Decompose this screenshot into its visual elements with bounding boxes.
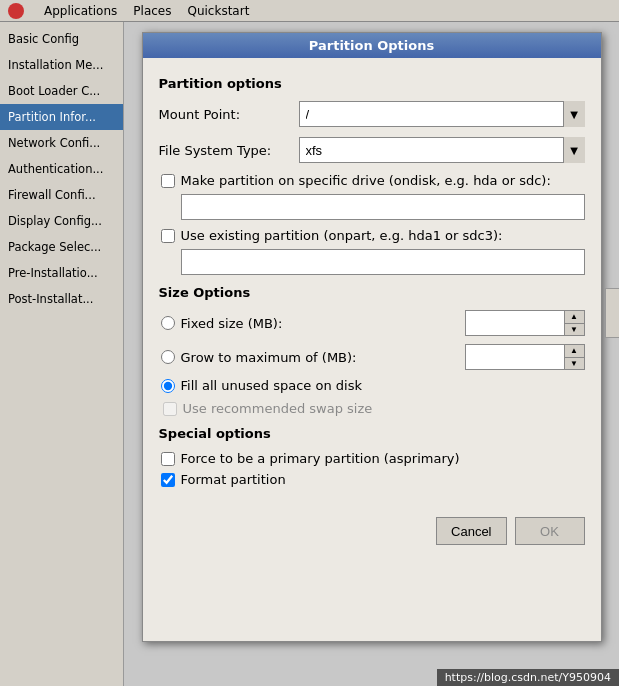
ondisk-label: Make partition on specific drive (ondisk… — [181, 173, 551, 188]
menu-quickstart[interactable]: Quickstart — [187, 4, 249, 18]
right-resize-handle[interactable] — [605, 288, 619, 338]
sidebar-item-installation-media[interactable]: Installation Me... — [0, 52, 123, 78]
mount-point-select-wrapper: / /boot /home /tmp /usr /var swap ▼ — [299, 101, 585, 127]
ok-button[interactable]: OK — [515, 517, 585, 545]
sidebar-item-display-config[interactable]: Display Config... — [0, 208, 123, 234]
top-menu-bar: Applications Places Quickstart — [0, 0, 619, 22]
fixed-size-spinner-buttons: ▲ ▼ — [565, 310, 585, 336]
file-system-type-label: File System Type: — [159, 143, 299, 158]
grow-max-row: Grow to maximum of (MB): 1 ▲ ▼ — [159, 344, 585, 370]
ondisk-checkbox[interactable] — [161, 174, 175, 188]
fixed-size-up-btn[interactable]: ▲ — [565, 311, 584, 324]
fixed-size-spinner: 1 ▲ ▼ — [465, 310, 585, 336]
status-bar: https://blog.csdn.net/Y950904 — [437, 669, 619, 686]
fixed-size-label: Fixed size (MB): — [181, 316, 465, 331]
menu-places[interactable]: Places — [133, 4, 171, 18]
size-options-section-title: Size Options — [159, 285, 585, 300]
partition-options-dialog: Partition Options Partition options Moun… — [142, 32, 602, 642]
format-checkbox[interactable] — [161, 473, 175, 487]
grow-max-label: Grow to maximum of (MB): — [181, 350, 465, 365]
dialog-overlay: Partition Options Partition options Moun… — [124, 22, 619, 686]
fill-label: Fill all unused space on disk — [181, 378, 362, 393]
onpart-input[interactable] — [181, 249, 585, 275]
cancel-button[interactable]: Cancel — [436, 517, 506, 545]
file-system-type-select[interactable]: xfs ext2 ext3 ext4 btrfs swap — [299, 137, 585, 163]
fixed-size-radio[interactable] — [161, 316, 175, 330]
grow-max-radio[interactable] — [161, 350, 175, 364]
fill-radio[interactable] — [161, 379, 175, 393]
sidebar-item-package-select[interactable]: Package Selec... — [0, 234, 123, 260]
format-label: Format partition — [181, 472, 286, 487]
mount-point-label: Mount Point: — [159, 107, 299, 122]
sidebar-item-basic-config[interactable]: Basic Config — [0, 26, 123, 52]
file-system-type-row: File System Type: xfs ext2 ext3 ext4 btr… — [159, 137, 585, 163]
fixed-size-row: Fixed size (MB): 1 ▲ ▼ — [159, 310, 585, 336]
sidebar-item-post-install[interactable]: Post-Installat... — [0, 286, 123, 312]
primary-label: Force to be a primary partition (asprima… — [181, 451, 460, 466]
grow-max-spinner-buttons: ▲ ▼ — [565, 344, 585, 370]
onpart-label: Use existing partition (onpart, e.g. hda… — [181, 228, 503, 243]
grow-max-up-btn[interactable]: ▲ — [565, 345, 584, 358]
partition-options-section-title: Partition options — [159, 76, 585, 91]
status-url: https://blog.csdn.net/Y950904 — [445, 671, 611, 684]
dialog-body: Partition options Mount Point: / /boot /… — [143, 58, 601, 507]
primary-checkbox-row: Force to be a primary partition (asprima… — [159, 451, 585, 466]
sidebar-item-partition-info[interactable]: Partition Infor... — [0, 104, 123, 130]
dialog-footer: Cancel OK — [143, 507, 601, 559]
primary-checkbox[interactable] — [161, 452, 175, 466]
sidebar-item-pre-install[interactable]: Pre-Installatio... — [0, 260, 123, 286]
dialog-title-bar: Partition Options — [143, 33, 601, 58]
fixed-size-input[interactable]: 1 — [465, 310, 565, 336]
grow-max-down-btn[interactable]: ▼ — [565, 358, 584, 370]
swap-label: Use recommended swap size — [183, 401, 373, 416]
sidebar-item-firewall-config[interactable]: Firewall Confi... — [0, 182, 123, 208]
grow-max-input[interactable]: 1 — [465, 344, 565, 370]
format-checkbox-row: Format partition — [159, 472, 585, 487]
sidebar: Basic Config Installation Me... Boot Loa… — [0, 22, 124, 686]
onpart-checkbox[interactable] — [161, 229, 175, 243]
mount-point-select[interactable]: / /boot /home /tmp /usr /var swap — [299, 101, 585, 127]
content-area: Partition Options Partition options Moun… — [124, 22, 619, 686]
app-logo — [8, 3, 24, 19]
special-options-section-title: Special options — [159, 426, 585, 441]
sidebar-item-boot-loader[interactable]: Boot Loader C... — [0, 78, 123, 104]
sidebar-item-network-config[interactable]: Network Confi... — [0, 130, 123, 156]
file-system-type-select-wrapper: xfs ext2 ext3 ext4 btrfs swap ▼ — [299, 137, 585, 163]
dialog-title: Partition Options — [309, 38, 434, 53]
grow-max-spinner: 1 ▲ ▼ — [465, 344, 585, 370]
swap-row: Use recommended swap size — [159, 401, 585, 416]
ondisk-input[interactable] — [181, 194, 585, 220]
onpart-checkbox-row: Use existing partition (onpart, e.g. hda… — [159, 228, 585, 243]
swap-checkbox[interactable] — [163, 402, 177, 416]
main-window: Basic Config Installation Me... Boot Loa… — [0, 22, 619, 686]
fill-row: Fill all unused space on disk — [159, 378, 585, 393]
sidebar-item-authentication[interactable]: Authentication... — [0, 156, 123, 182]
mount-point-row: Mount Point: / /boot /home /tmp /usr /va… — [159, 101, 585, 127]
ondisk-checkbox-row: Make partition on specific drive (ondisk… — [159, 173, 585, 188]
fixed-size-down-btn[interactable]: ▼ — [565, 324, 584, 336]
menu-applications[interactable]: Applications — [44, 4, 117, 18]
